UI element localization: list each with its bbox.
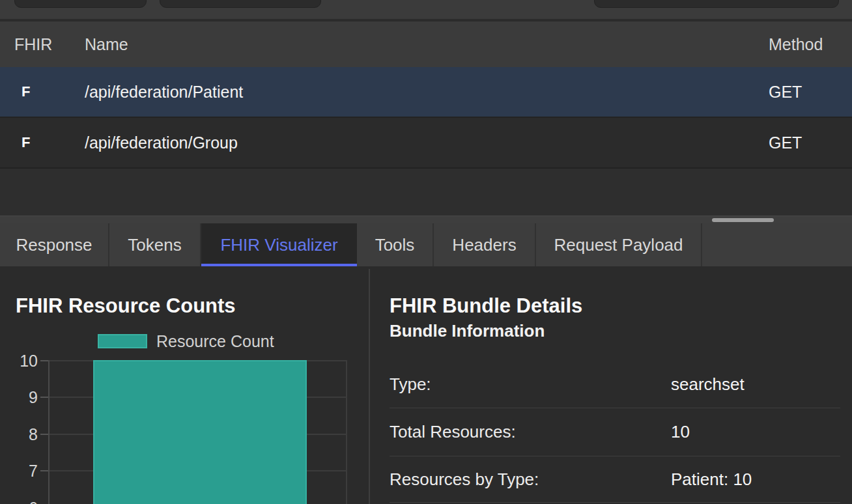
fhir-badge: F bbox=[21, 134, 30, 151]
table-row[interactable]: F /api/federation/Patient GET bbox=[0, 67, 852, 117]
details-section-title: Bundle Information bbox=[390, 321, 545, 341]
chart-title: FHIR Resource Counts bbox=[16, 294, 236, 318]
panel-divider bbox=[369, 269, 370, 504]
detail-row-resources-by-type: Resources by Type: Patient: 10 bbox=[390, 456, 840, 503]
fhir-badge: F bbox=[21, 83, 30, 100]
toolbar-filter-box-1[interactable] bbox=[14, 0, 147, 8]
y-tick-label: 8 bbox=[5, 425, 38, 444]
detail-row-type: Type: searchset bbox=[390, 361, 840, 408]
tab-tools[interactable]: Tools bbox=[357, 223, 434, 266]
detail-label: Resources by Type: bbox=[390, 469, 671, 490]
horizontal-scrollbar[interactable] bbox=[0, 216, 852, 223]
column-header-method[interactable]: Method bbox=[769, 35, 823, 54]
column-header-fhir[interactable]: FHIR bbox=[14, 35, 52, 54]
y-axis-line bbox=[48, 360, 50, 504]
request-name: /api/federation/Group bbox=[85, 133, 238, 152]
column-header-name[interactable]: Name bbox=[85, 35, 128, 54]
detail-label: Total Resources: bbox=[390, 422, 671, 442]
toolbar-filter-box-2[interactable] bbox=[160, 0, 321, 8]
resource-counts-chart: FHIR Resource Counts Resource Count 10 9… bbox=[0, 266, 369, 504]
fhir-visualizer-panel: FHIR Resource Counts Resource Count 10 9… bbox=[0, 266, 852, 504]
detail-value: 10 bbox=[671, 422, 690, 442]
axis-tick bbox=[40, 360, 48, 361]
request-method: GET bbox=[769, 133, 802, 152]
tab-response[interactable]: Response bbox=[0, 223, 109, 266]
detail-tabbar: Response Tokens FHIR Visualizer Tools He… bbox=[0, 223, 852, 266]
legend-swatch[interactable] bbox=[98, 334, 147, 348]
bar-patient bbox=[93, 360, 307, 504]
details-title: FHIR Bundle Details bbox=[390, 294, 582, 318]
y-tick-label: 7 bbox=[5, 462, 38, 481]
axis-tick bbox=[40, 470, 48, 471]
chart-legend[interactable]: Resource Count bbox=[98, 333, 274, 349]
axis-tick bbox=[40, 397, 48, 398]
request-method: GET bbox=[769, 83, 802, 102]
detail-row-total-resources: Total Resources: 10 bbox=[390, 408, 840, 456]
request-name: /api/federation/Patient bbox=[85, 83, 243, 102]
detail-value: searchset bbox=[671, 374, 745, 395]
detail-value: Patient: 10 bbox=[671, 469, 752, 490]
details-rows: Type: searchset Total Resources: 10 Reso… bbox=[390, 361, 840, 503]
y-tick-label: 6 bbox=[5, 499, 38, 504]
detail-label: Type: bbox=[390, 374, 671, 395]
tab-headers[interactable]: Headers bbox=[434, 223, 536, 266]
toolbar-filter-box-3[interactable] bbox=[594, 0, 839, 8]
tab-tokens[interactable]: Tokens bbox=[109, 223, 201, 266]
legend-label: Resource Count bbox=[156, 332, 274, 351]
network-toolbar bbox=[0, 0, 852, 20]
scrollbar-thumb[interactable] bbox=[712, 218, 774, 222]
table-header: FHIR Name Method bbox=[0, 21, 852, 67]
tab-request-payload[interactable]: Request Payload bbox=[536, 223, 702, 266]
y-tick-label: 10 bbox=[5, 352, 38, 371]
y-tick-label: 9 bbox=[5, 388, 38, 407]
tabbar-filler bbox=[702, 223, 852, 266]
table-row[interactable]: F /api/federation/Group GET bbox=[0, 118, 852, 167]
table-empty-area bbox=[0, 169, 852, 216]
chart-right-border bbox=[346, 360, 347, 504]
tab-fhir-visualizer[interactable]: FHIR Visualizer bbox=[201, 223, 357, 266]
devtools-panel: FHIR Name Method F /api/federation/Patie… bbox=[0, 0, 852, 504]
axis-tick bbox=[40, 434, 48, 435]
